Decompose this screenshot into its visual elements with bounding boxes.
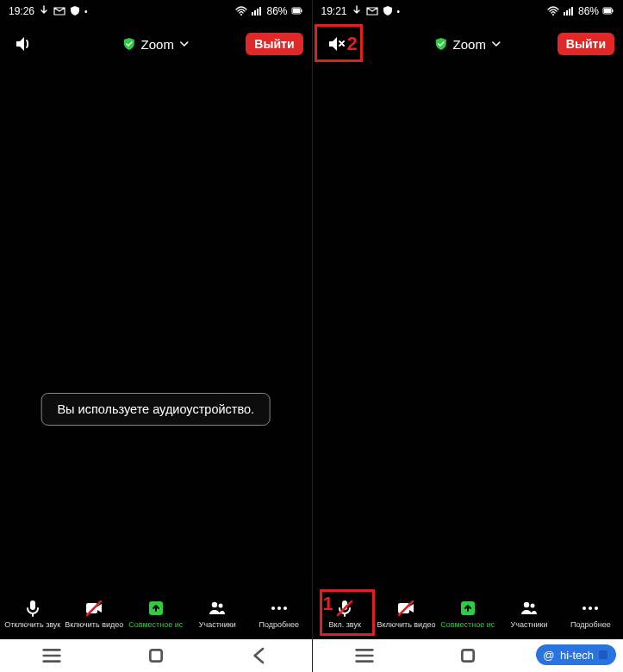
screen-right: 19:21 • 86% Zoom Вый (312, 0, 624, 672)
meeting-title-dropdown[interactable]: Zoom (122, 37, 190, 52)
participants-icon (519, 598, 539, 619)
encryption-shield-icon (434, 37, 448, 51)
video-area[interactable]: Вы используете аудиоустройство. (0, 65, 312, 588)
nav-home-button[interactable] (458, 645, 478, 666)
tutorial-number-1: 1 (323, 593, 333, 615)
leave-button-label: Выйти (254, 37, 294, 51)
share-screen-icon (458, 598, 478, 619)
shield-status-icon (69, 5, 81, 17)
more-button[interactable]: Подробнее (560, 598, 621, 629)
video-off-icon (396, 598, 416, 619)
signal-icon (563, 5, 575, 17)
chevron-down-icon (179, 39, 190, 49)
leave-button-label: Выйти (566, 37, 606, 51)
source-watermark: @ hi-tech (536, 644, 616, 665)
shield-status-icon (382, 5, 394, 17)
nav-recent-button[interactable] (41, 645, 62, 666)
download-icon (351, 5, 363, 17)
speaker-off-icon (327, 34, 347, 54)
video-label: Включить видео (377, 620, 435, 629)
battery-icon (291, 5, 303, 17)
encryption-shield-icon (122, 37, 136, 51)
speaker-button[interactable] (9, 28, 40, 59)
status-bar: 19:21 • 86% (313, 0, 624, 22)
signal-icon (251, 5, 263, 17)
share-label: Совместное ис (128, 620, 183, 629)
video-off-icon (84, 598, 104, 619)
meeting-top-bar: Zoom Выйти (0, 22, 312, 65)
screen-left: 19:26 • 86% Zoom Вый (0, 0, 312, 672)
app-label: Zoom (141, 37, 174, 52)
speaker-on-icon (14, 34, 34, 54)
more-icon (269, 598, 290, 619)
microphone-icon (22, 598, 43, 619)
system-nav-bar (0, 639, 312, 672)
mute-label: Отключить звук (4, 620, 60, 629)
app-label: Zoom (453, 37, 486, 52)
video-button[interactable]: Включить видео (64, 598, 126, 629)
mail-icon (53, 5, 65, 17)
microphone-off-icon (334, 598, 355, 619)
video-label: Включить видео (65, 620, 123, 629)
leave-button[interactable]: Выйти (558, 33, 614, 55)
participants-icon (207, 598, 227, 619)
battery-icon (602, 5, 614, 17)
unmute-label: Вкл. звук (328, 620, 360, 629)
status-time: 19:26 (9, 5, 34, 17)
wifi-icon (547, 5, 559, 17)
more-button[interactable]: Подробнее (248, 598, 310, 629)
battery-percent: 86% (578, 5, 599, 17)
share-label: Совместное ис (440, 620, 495, 629)
meeting-toolbar: Отключить звук Включить видео Совместное… (0, 588, 312, 639)
more-icon (580, 598, 601, 619)
participants-label: Участники (199, 620, 236, 629)
leave-button[interactable]: Выйти (246, 33, 302, 55)
participants-button[interactable]: Участники (498, 598, 559, 629)
mute-button[interactable]: Отключить звук (2, 598, 64, 629)
more-label: Подробнее (570, 620, 611, 629)
chevron-down-icon (491, 39, 502, 49)
audio-device-toast: Вы используете аудиоустройство. (40, 393, 271, 426)
toast-text: Вы используете аудиоустройство. (57, 402, 254, 416)
wifi-icon (235, 5, 247, 17)
at-sign-icon: @ (541, 647, 557, 663)
status-more-dot: • (397, 7, 401, 16)
meeting-title-dropdown[interactable]: Zoom (434, 37, 502, 52)
download-icon (38, 5, 50, 17)
participants-button[interactable]: Участники (187, 598, 249, 629)
video-area[interactable] (313, 65, 624, 588)
nav-recent-button[interactable] (354, 645, 375, 666)
nav-home-button[interactable] (146, 645, 166, 666)
share-screen-icon (146, 598, 166, 619)
watermark-text: hi-tech (560, 649, 594, 662)
meeting-toolbar: Вкл. звук Включить видео Совместное ис У… (313, 588, 624, 639)
status-more-dot: • (84, 7, 88, 16)
mail-icon (366, 5, 378, 17)
meeting-top-bar: Zoom Выйти 2 (313, 22, 624, 65)
participants-label: Участники (511, 620, 548, 629)
share-button[interactable]: Совместное ис (125, 598, 187, 629)
status-time: 19:21 (321, 5, 347, 17)
battery-percent: 86% (266, 5, 287, 17)
video-button[interactable]: Включить видео (376, 598, 437, 629)
watermark-logo-icon (599, 650, 607, 659)
tutorial-number-2: 2 (347, 33, 358, 55)
status-bar: 19:26 • 86% (0, 0, 312, 22)
share-button[interactable]: Совместное ис (437, 598, 498, 629)
nav-back-button[interactable] (249, 645, 270, 666)
more-label: Подробнее (259, 620, 299, 629)
